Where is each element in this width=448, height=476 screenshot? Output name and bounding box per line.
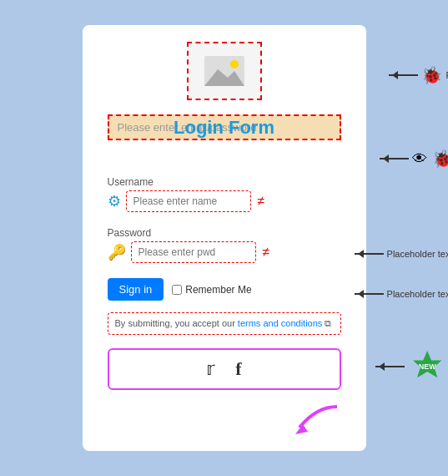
password-input[interactable] xyxy=(131,241,256,263)
ph1-label: Placeholder text has changed xyxy=(387,249,448,259)
real-bug-icon: 🐞 xyxy=(421,65,442,85)
pink-arrow-container xyxy=(266,403,341,439)
password-label: Password xyxy=(108,227,341,239)
username-input[interactable] xyxy=(126,190,251,212)
svg-point-2 xyxy=(230,60,239,68)
new-feature-annotation: NEW New feature xyxy=(375,351,448,382)
header-placeholder: Please enter email/password xyxy=(118,121,331,134)
login-header-section: Please enter email/password Login Form xyxy=(108,114,341,140)
terms-section: By submitting, you accept our terms and … xyxy=(108,312,341,335)
facebook-icon[interactable]: f xyxy=(235,358,241,380)
eye-icon: 👁 xyxy=(412,150,427,168)
real-bug-annotation: 🐞 Real bug xyxy=(389,65,448,85)
neq-icon-username: ≠ xyxy=(258,194,265,209)
username-label: Username xyxy=(108,176,341,188)
ph2-arrow xyxy=(355,293,384,295)
placeholder-annotation-2: Placeholder text has changed xyxy=(355,289,448,299)
username-section: Username ⚙ ≠ xyxy=(108,176,341,212)
new-feature-arrow xyxy=(375,366,405,367)
signin-row: Sign in Remember Me xyxy=(108,278,341,301)
terms-text: By submitting, you accept our xyxy=(115,318,238,328)
terms-link[interactable]: terms and conditions xyxy=(238,318,323,328)
remember-label[interactable]: Remember Me xyxy=(172,284,251,296)
external-link-icon: ⧉ xyxy=(325,318,331,328)
signin-button[interactable]: Sign in xyxy=(108,278,164,301)
login-card: Please enter email/password Login Form U… xyxy=(83,25,366,451)
ph2-label: Placeholder text has changed xyxy=(387,289,448,299)
image-icon xyxy=(204,56,244,86)
placeholder-annotation-1: Placeholder text has changed xyxy=(355,249,448,259)
remember-text: Remember Me xyxy=(185,284,251,296)
real-bug-arrow xyxy=(389,74,418,76)
password-row: 🔑 ≠ xyxy=(108,241,341,263)
remember-checkbox[interactable] xyxy=(172,285,182,295)
username-row: ⚙ ≠ xyxy=(108,190,341,212)
visual-bug-annotation: 👁 🐞 Visual bug xyxy=(380,149,448,169)
new-badge-text: NEW xyxy=(419,362,436,371)
twitter-icon[interactable]: 𝕣 xyxy=(206,358,215,380)
fingerprint-icon: 🔑 xyxy=(108,243,126,261)
user-icon: ⚙ xyxy=(108,192,121,210)
social-section: 𝕣 f xyxy=(108,348,341,390)
password-section: Password 🔑 ≠ xyxy=(108,227,341,263)
image-section xyxy=(108,42,341,100)
pink-arrow-icon xyxy=(266,403,341,436)
new-badge: NEW xyxy=(411,351,443,382)
visual-bug-arrow xyxy=(380,158,409,160)
image-placeholder xyxy=(187,42,262,100)
visual-bug-icon: 🐞 xyxy=(432,149,448,169)
ph1-arrow xyxy=(355,253,384,255)
neq-icon-password: ≠ xyxy=(263,245,270,260)
